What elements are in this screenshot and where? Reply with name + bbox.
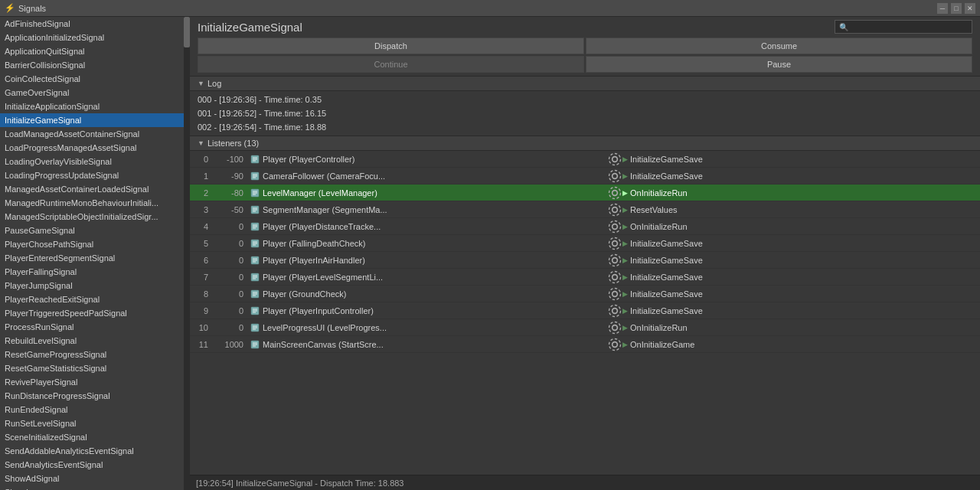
signal-item[interactable]: PlayerChosePathSignal — [0, 237, 184, 251]
table-row[interactable]: 3-50SegmentManager (SegmentMa...▶ResetVa… — [190, 201, 980, 218]
method-arrow-icon: ▶ — [622, 324, 628, 332]
signal-item[interactable]: SendAddableAnalyticsEventSignal — [0, 444, 184, 458]
signal-item[interactable]: ProcessRunSignal — [0, 320, 184, 334]
svg-point-34 — [612, 240, 618, 246]
signal-item[interactable]: InitializeApplicationSignal — [0, 100, 184, 113]
settings-gear-icon[interactable] — [607, 219, 622, 234]
signal-item[interactable]: ShowAdSignal — [0, 472, 184, 485]
signal-item[interactable]: InitializeGameSignal — [0, 113, 184, 127]
listener-name: Player (GroundCheck) — [263, 289, 346, 299]
signal-item[interactable]: AdFinishedSignal — [0, 17, 184, 31]
settings-gear-icon[interactable] — [607, 337, 622, 352]
settings-gear-icon[interactable] — [607, 168, 622, 184]
signal-item[interactable]: RevivePlayerSignal — [0, 375, 184, 389]
method-arrow-icon: ▶ — [622, 256, 628, 264]
signal-item[interactable]: Signal — [0, 485, 184, 490]
minimize-button[interactable]: ─ — [937, 3, 948, 14]
table-row[interactable]: 1-90CameraFollower (CameraFocu...▶Initia… — [190, 168, 980, 185]
settings-gear-icon[interactable] — [607, 320, 622, 335]
search-box[interactable]: 🔍 — [835, 20, 972, 34]
signal-item[interactable]: LoadManagedAssetContainerSignal — [0, 127, 184, 141]
left-scrollbar-thumb[interactable] — [184, 17, 190, 47]
table-row[interactable]: 60Player (PlayerInAirHandler)▶Initialize… — [190, 252, 980, 269]
table-row[interactable]: 90Player (PlayerInputController)▶Initial… — [190, 302, 980, 319]
row-order: -90 — [211, 172, 250, 181]
settings-gear-icon[interactable] — [607, 202, 622, 217]
row-order: 0 — [211, 256, 250, 265]
listener-name: SegmentManager (SegmentMa... — [263, 205, 387, 214]
method-arrow-icon: ▶ — [622, 155, 628, 163]
signal-item[interactable]: ResetGameProgressSignal — [0, 348, 184, 361]
signal-item[interactable]: BarrierCollisionSignal — [0, 58, 184, 72]
signal-item[interactable]: RunSetLevelSignal — [0, 416, 184, 430]
row-listener: MainScreenCanvas (StartScre... — [250, 339, 607, 350]
signal-item[interactable]: LoadingProgressUpdateSignal — [0, 168, 184, 182]
pause-button[interactable]: Pause — [586, 56, 972, 73]
signal-title: InitializeGameSignal — [198, 21, 302, 34]
table-row[interactable]: 40Player (PlayerDistanceTracke...▶OnInit… — [190, 218, 980, 235]
signal-item[interactable]: SendAnalyticsEventSignal — [0, 458, 184, 472]
settings-gear-icon[interactable] — [607, 303, 622, 318]
signal-item[interactable]: RunEndedSignal — [0, 403, 184, 416]
signal-item[interactable]: ResetGameStatisticsSignal — [0, 361, 184, 375]
table-row[interactable]: 100LevelProgressUI (LevelProgres...▶OnIn… — [190, 319, 980, 336]
row-method: ▶OnInitializeRun — [622, 188, 980, 198]
svg-point-64 — [612, 325, 618, 330]
settings-gear-icon[interactable] — [607, 152, 622, 167]
method-name: InitializeGameSave — [630, 155, 703, 164]
signal-item[interactable]: ApplicationInitializedSignal — [0, 31, 184, 44]
continue-button[interactable]: Continue — [198, 56, 584, 73]
signal-item[interactable]: PlayerJumpSignal — [0, 279, 184, 292]
left-scrollbar[interactable] — [184, 17, 190, 490]
signal-item[interactable]: ManagedScriptableObjectInitializedSigr..… — [0, 210, 184, 224]
script-icon — [250, 255, 260, 266]
table-row[interactable]: 50Player (FallingDeathCheck)▶InitializeG… — [190, 235, 980, 252]
signal-item[interactable]: LoadingOverlayVisibleSignal — [0, 155, 184, 168]
signal-item[interactable]: SceneInitializedSignal — [0, 430, 184, 444]
consume-button[interactable]: Consume — [586, 38, 972, 54]
signal-item[interactable]: GameOverSignal — [0, 86, 184, 100]
settings-gear-icon[interactable] — [607, 270, 622, 285]
row-order: -50 — [211, 205, 250, 214]
table-row[interactable]: 0-100Player (PlayerController)▶Initializ… — [190, 151, 980, 168]
table-row[interactable]: 70Player (PlayerLevelSegmentLi...▶Initia… — [190, 269, 980, 286]
svg-point-52 — [612, 291, 618, 296]
listeners-section-header[interactable]: ▼ Listeners (13) — [190, 136, 980, 151]
signal-item[interactable]: RunDistanceProgressSignal — [0, 389, 184, 403]
signal-item[interactable]: PlayerTriggeredSpeedPadSignal — [0, 306, 184, 320]
settings-gear-icon[interactable] — [607, 185, 622, 201]
row-order: 0 — [211, 273, 250, 282]
close-button[interactable]: ✕ — [965, 3, 975, 14]
listener-name: CameraFollower (CameraFocu... — [263, 172, 385, 181]
signals-list[interactable]: AdFinishedSignalApplicationInitializedSi… — [0, 17, 190, 490]
settings-gear-icon[interactable] — [607, 253, 622, 268]
restore-button[interactable]: □ — [951, 3, 962, 14]
signal-item[interactable]: LoadProgressManagedAssetSignal — [0, 141, 184, 155]
signal-item[interactable]: PlayerReachedExitSignal — [0, 292, 184, 306]
dispatch-button[interactable]: Dispatch — [198, 38, 584, 54]
listener-name: Player (PlayerLevelSegmentLi... — [263, 273, 383, 282]
svg-point-58 — [612, 308, 618, 313]
signal-item[interactable]: ManagedRuntimeMonoBehaviourInitiali... — [0, 196, 184, 210]
method-arrow-icon: ▶ — [622, 290, 628, 298]
signal-item[interactable]: ApplicationQuitSignal — [0, 44, 184, 58]
method-name: InitializeGameSave — [630, 289, 703, 299]
table-row[interactable]: 80Player (GroundCheck)▶InitializeGameSav… — [190, 286, 980, 302]
signal-item[interactable]: ManagedAssetContainerLoadedSignal — [0, 182, 184, 196]
log-section-header[interactable]: ▼ Log — [190, 76, 980, 91]
settings-gear-icon[interactable] — [607, 236, 622, 251]
method-arrow-icon: ▶ — [622, 189, 628, 197]
settings-gear-icon[interactable] — [607, 286, 622, 302]
signal-item[interactable]: PauseGameSignal — [0, 224, 184, 237]
table-row[interactable]: 2-80LevelManager (LevelManager)▶OnInitia… — [190, 185, 980, 201]
signal-item[interactable]: PlayerFallingSignal — [0, 265, 184, 279]
signal-item[interactable]: RebuildLevelSignal — [0, 334, 184, 348]
search-input[interactable] — [851, 22, 968, 31]
signal-item[interactable]: PlayerEnteredSegmentSignal — [0, 251, 184, 265]
signal-item[interactable]: CoinCollectedSignal — [0, 72, 184, 86]
table-row[interactable]: 111000MainScreenCanvas (StartScre...▶OnI… — [190, 336, 980, 353]
listeners-table[interactable]: 0-100Player (PlayerController)▶Initializ… — [190, 151, 980, 475]
svg-point-65 — [609, 322, 621, 333]
row-method: ▶ResetValues — [622, 205, 980, 214]
listener-name: LevelProgressUI (LevelProgres... — [263, 323, 387, 332]
